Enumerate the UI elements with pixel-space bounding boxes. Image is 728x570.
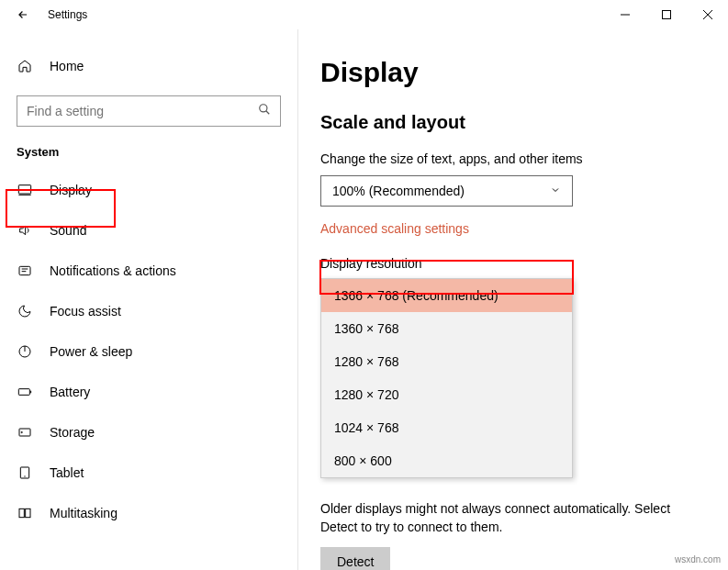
window-title: Settings: [48, 8, 87, 21]
sidebar-item-label: Battery: [50, 385, 90, 399]
sidebar-item-label: Display: [50, 183, 92, 197]
svg-point-4: [260, 105, 267, 112]
resolution-option[interactable]: 800 × 600: [321, 444, 572, 477]
sidebar-item-label: Tablet: [50, 465, 84, 480]
sidebar-item-storage[interactable]: Storage: [0, 412, 297, 453]
resolution-label: Display resolution: [320, 256, 706, 271]
display-icon: [17, 183, 33, 197]
back-button[interactable]: [17, 8, 31, 21]
sidebar-item-label: Storage: [50, 425, 95, 440]
section-scale-title: Scale and layout: [320, 112, 706, 133]
notifications-icon: [17, 263, 33, 278]
sidebar-item-label: Sound: [50, 223, 86, 238]
sidebar-item-power[interactable]: Power & sleep: [0, 331, 297, 372]
sidebar-heading: System: [0, 145, 297, 170]
advanced-scaling-link[interactable]: Advanced scaling settings: [320, 221, 706, 236]
search-icon: [258, 103, 271, 119]
minimize-button[interactable]: [604, 0, 645, 29]
resolution-option[interactable]: 1024 × 768: [321, 411, 572, 444]
chevron-down-icon: [550, 184, 561, 198]
resolution-option[interactable]: 1366 × 768 (Recommended): [321, 279, 572, 312]
scale-select[interactable]: 100% (Recommended): [320, 175, 573, 207]
resolution-option[interactable]: 1360 × 768: [321, 312, 572, 345]
svg-rect-19: [19, 509, 24, 517]
sidebar-item-sound[interactable]: Sound: [0, 210, 297, 251]
scale-label: Change the size of text, apps, and other…: [320, 151, 706, 166]
main-content: Display Scale and layout Change the size…: [298, 29, 728, 570]
svg-rect-1: [662, 11, 670, 19]
resolution-dropdown[interactable]: 1366 × 768 (Recommended) 1360 × 768 1280…: [320, 278, 573, 478]
sidebar: Home System Display Sound Notifications …: [0, 29, 298, 570]
older-displays-text: Older displays might not always connect …: [320, 500, 706, 536]
scale-value: 100% (Recommended): [332, 184, 465, 198]
sidebar-item-battery[interactable]: Battery: [0, 372, 297, 412]
svg-rect-20: [26, 509, 30, 517]
maximize-button[interactable]: [645, 0, 687, 29]
search-box[interactable]: [17, 95, 281, 127]
home-icon: [17, 59, 33, 73]
sidebar-item-focus[interactable]: Focus assist: [0, 291, 297, 331]
storage-icon: [17, 425, 33, 440]
tablet-icon: [17, 465, 33, 480]
svg-rect-6: [18, 185, 30, 194]
sidebar-item-label: Notifications & actions: [50, 263, 176, 278]
sidebar-item-display[interactable]: Display: [0, 170, 297, 210]
search-input[interactable]: [27, 104, 210, 118]
focus-icon: [17, 304, 33, 319]
sidebar-item-notifications[interactable]: Notifications & actions: [0, 251, 297, 291]
sound-icon: [17, 223, 33, 238]
resolution-option[interactable]: 1280 × 720: [321, 378, 572, 411]
battery-icon: [17, 385, 33, 399]
page-title: Display: [320, 57, 706, 88]
resolution-option[interactable]: 1280 × 768: [321, 345, 572, 378]
sidebar-item-label: Power & sleep: [50, 344, 132, 359]
sidebar-item-tablet[interactable]: Tablet: [0, 453, 297, 493]
sidebar-item-label: Focus assist: [50, 304, 121, 319]
svg-rect-13: [18, 389, 29, 396]
detect-button[interactable]: Detect: [320, 547, 390, 570]
multitasking-icon: [17, 506, 33, 520]
watermark: wsxdn.com: [675, 554, 721, 564]
home-label: Home: [50, 59, 84, 73]
svg-rect-8: [19, 266, 30, 274]
sidebar-item-label: Multitasking: [50, 506, 118, 520]
sidebar-item-multitasking[interactable]: Multitasking: [0, 493, 297, 533]
home-nav[interactable]: Home: [0, 50, 297, 83]
power-icon: [17, 344, 33, 359]
svg-point-16: [21, 431, 22, 432]
svg-line-5: [266, 111, 270, 115]
close-button[interactable]: [687, 0, 728, 29]
